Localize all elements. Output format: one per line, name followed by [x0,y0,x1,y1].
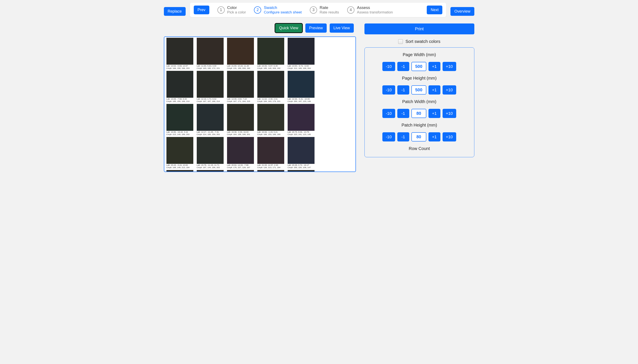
param-group: Patch Height (mm)-10-180+1+10 [368,123,470,142]
step-subtitle: Pick a color [227,10,246,14]
incr-10-button[interactable]: +10 [442,109,456,118]
swatch-cell[interactable]: Lab: 15.38, -0.30, 16.03Cmyk: 164, 158, … [227,104,254,136]
live-view-button[interactable]: Live View [330,24,354,33]
decr-1-button[interactable]: -1 [397,109,409,118]
swatch-cell[interactable]: Lab: 12.08, 2.60, 7.18Cmyk: 167, 171, 18… [227,71,254,103]
swatch-cell[interactable]: Lab: 22.96, -5.41, -10.65Cmyk: 250, 187,… [288,71,314,103]
swatch-color [257,104,284,131]
param-value[interactable]: 80 [412,109,426,118]
swatch-cell[interactable]: Lab: 24.06, -5.97, 6.49Cmyk: 185, 140, 2… [257,38,284,70]
swatch-cell[interactable] [166,170,193,172]
swatch-cell[interactable]: Lab: 16.86, -16.42, 3.16Cmyk: 213, 140, … [166,104,193,136]
swatch-cell[interactable]: Lab: 11.90, 5.63, 3.30Cmyk: 163, 180, 17… [197,38,224,70]
swatch-label: Lab: 20.84, 14.02, -7.88Cmyk: 175, 227, … [227,164,254,169]
swatch-area[interactable]: Lab: 14.64, -0.69, 14.97Cmyk: 166, 158, … [164,36,356,172]
step-number: 4 [347,6,354,14]
step-color[interactable]: 1ColorPick a color [218,5,246,14]
preview-button[interactable]: Preview [305,24,327,33]
swatch-label: Lab: 14.17, -11.25, -7.31Cmyk: 214, 165,… [197,131,224,136]
swatch-color [166,137,193,164]
print-button[interactable]: Print [364,24,474,34]
step-swatch[interactable]: 2SwatchConfigure swatch sheet [254,5,302,14]
incr-10-button[interactable]: +10 [442,132,456,142]
swatch-color [197,137,224,164]
overview-button[interactable]: Overview [450,7,474,16]
swatch-label: Lab: 11.62, -2.30, 2.91Cmyk: 184, 163, 1… [257,98,284,103]
swatch-color [257,137,284,164]
param-value[interactable]: 500 [412,85,426,94]
swatch-cell[interactable]: Lab: 11.62, -2.30, 2.91Cmyk: 184, 163, 1… [257,71,284,103]
replace-button[interactable]: Replace [164,7,186,16]
swatch-color [197,71,224,98]
swatch-cell[interactable]: Lab: 20.75, 8.06, -13.75Cmyk: 223, 241, … [288,104,314,136]
param-value[interactable]: 80 [412,132,426,142]
decr-10-button[interactable]: -10 [382,109,395,118]
swatch-cell[interactable]: Lab: 20.28, 0.72, -16.17Cmyk: 255, 220, … [288,137,314,169]
decr-10-button[interactable]: -10 [382,85,395,94]
swatch-color [257,38,284,65]
decr-1-button[interactable]: -1 [397,85,409,94]
swatch-cell[interactable]: Lab: 24.69, -1.43, 5.21Cmyk: 166, 153, 1… [257,104,284,136]
param-title: Patch Width (mm) [368,99,470,104]
swatch-color [227,71,254,98]
incr-1-button[interactable]: +1 [428,62,440,71]
swatch-cell[interactable]: Lab: 13.08, -7.58, 8.33Cmyk: 185, 150, 1… [166,71,193,103]
swatch-color [166,71,193,98]
swatch-cell[interactable]: Lab: 13.50, -9.72, -6.93Cmyk: 212, 165, … [288,38,314,70]
param-title: Page Width (mm) [368,52,470,57]
swatch-color [227,104,254,131]
next-button[interactable]: Next [427,6,442,14]
incr-1-button[interactable]: +1 [428,132,440,142]
swatch-cell[interactable]: Lab: 20.84, 14.02, -7.88Cmyk: 175, 227, … [227,137,254,169]
swatch-cell[interactable]: Lab: 21.80, 10.22, 11.20Cmyk: 131, 189, … [227,38,254,70]
swatch-label: Lab: 11.90, 5.63, 3.30Cmyk: 163, 180, 17… [197,65,224,70]
swatch-label: Lab: 24.06, -5.97, 6.49Cmyk: 185, 140, 2… [257,65,284,70]
swatch-cell[interactable]: Lab: 23.43, -3.24, 10.82Cmyk: 168, 149, … [166,137,193,169]
step-title: Color [227,5,246,10]
swatch-label: Lab: 12.19, 1.74, 8.02Cmyk: 167, 167, 18… [197,98,224,103]
swatch-label: Lab: 21.93, 14.57, 2.93Cmyk: 126, 213, 1… [257,164,284,169]
decr-1-button[interactable]: -1 [397,132,409,142]
swatch-cell[interactable]: Lab: 21.93, 14.57, 2.93Cmyk: 126, 213, 1… [257,137,284,169]
swatch-cell[interactable]: Lab: 12.19, 1.74, 8.02Cmyk: 167, 167, 18… [197,71,224,103]
param-group: Page Height (mm)-10-1500+1+10 [368,76,470,94]
swatch-color [227,170,254,172]
sort-swatch-checkbox[interactable] [398,39,403,44]
swatch-cell[interactable]: Lab: 15.78, -11.15, 11.71Cmyk: 187, 144,… [197,137,224,169]
swatch-label: Lab: 24.69, -1.43, 5.21Cmyk: 166, 153, 1… [257,131,284,136]
param-group: Patch Width (mm)-10-180+1+10 [368,99,470,118]
swatch-label: Lab: 14.64, -0.69, 14.97Cmyk: 166, 158, … [166,65,193,70]
swatch-cell[interactable] [288,170,314,172]
swatch-color [257,71,284,98]
swatch-color [166,38,193,65]
decr-10-button[interactable]: -10 [382,62,395,71]
swatch-color [166,170,193,172]
swatch-cell[interactable] [227,170,254,172]
quick-view-button[interactable]: Quick View [275,24,302,33]
step-assess[interactable]: 4AssessAssess transformation [347,5,393,14]
param-value[interactable]: 500 [412,62,426,71]
swatch-label: Lab: 20.75, 8.06, -13.75Cmyk: 223, 241, … [288,131,314,136]
step-rate[interactable]: 3RateRate results [310,5,339,14]
swatch-color [257,170,284,172]
step-subtitle: Assess transformation [357,10,393,14]
incr-1-button[interactable]: +1 [428,85,440,94]
swatch-cell[interactable] [257,170,284,172]
param-title: Page Height (mm) [368,76,470,81]
prev-button[interactable]: Prev [194,6,209,14]
swatch-color [197,38,224,65]
swatch-color [166,104,193,131]
swatch-color [227,137,254,164]
step-number: 1 [218,6,225,14]
step-title: Swatch [264,5,302,10]
swatch-cell[interactable]: Lab: 14.64, -0.69, 14.97Cmyk: 166, 158, … [166,38,193,70]
param-group: Row Count [368,146,470,151]
step-number: 2 [254,6,261,14]
decr-10-button[interactable]: -10 [382,132,395,142]
decr-1-button[interactable]: -1 [397,62,409,71]
incr-1-button[interactable]: +1 [428,109,440,118]
swatch-cell[interactable] [197,170,224,172]
incr-10-button[interactable]: +10 [442,62,456,71]
swatch-cell[interactable]: Lab: 14.17, -11.25, -7.31Cmyk: 214, 165,… [197,104,224,136]
incr-10-button[interactable]: +10 [442,85,456,94]
